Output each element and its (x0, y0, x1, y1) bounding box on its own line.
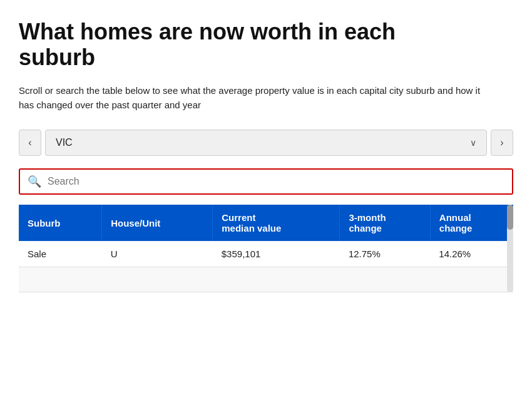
page-description: Scroll or search the table below to see … (19, 83, 494, 113)
cell-current-median-value: $359,101 (213, 241, 340, 267)
scrollbar-thumb (507, 205, 513, 230)
region-selector-row: ‹ VIC ∨ › (19, 130, 513, 156)
table-outer: Suburb House/Unit Currentmedian value 3-… (19, 205, 513, 292)
col-3-month-change: 3-monthchange (340, 205, 430, 241)
cell-annual-change: 14.26% (430, 241, 513, 267)
prev-region-button[interactable]: ‹ (19, 130, 41, 156)
page-container: What homes are now worth in each suburb … (0, 0, 532, 305)
col-house-unit: House/Unit (102, 205, 213, 241)
cell-house-unit: U (102, 241, 213, 267)
cell-3-month-change: 12.75% (340, 241, 430, 267)
col-annual-change: Annualchange (430, 205, 513, 241)
table-scroll: Suburb House/Unit Currentmedian value 3-… (19, 205, 513, 292)
cell-suburb: Sale (19, 241, 102, 267)
search-container: 🔍 (19, 168, 513, 195)
region-dropdown-label: VIC (56, 137, 73, 148)
page-title: What homes are now worth in each suburb (19, 19, 513, 71)
scrollbar[interactable] (507, 205, 513, 292)
next-region-button[interactable]: › (491, 130, 513, 156)
col-current-median-value: Currentmedian value (213, 205, 340, 241)
chevron-down-icon: ∨ (470, 138, 476, 148)
data-table: Suburb House/Unit Currentmedian value 3-… (19, 205, 513, 292)
region-dropdown[interactable]: VIC ∨ (45, 130, 487, 156)
table-row-filler (19, 267, 513, 292)
col-suburb: Suburb (19, 205, 102, 241)
search-icon: 🔍 (28, 175, 41, 188)
table-row: Sale U $359,101 12.75% 14.26% (19, 241, 513, 267)
search-input[interactable] (48, 176, 504, 187)
table-header-row: Suburb House/Unit Currentmedian value 3-… (19, 205, 513, 241)
